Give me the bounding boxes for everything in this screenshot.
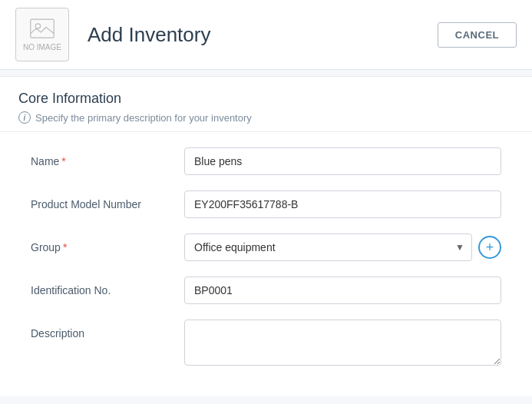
description-label: Description [31,320,184,339]
id-label: Identification No. [31,277,184,296]
name-row: Name* [31,147,501,175]
description-textarea[interactable] [184,320,501,366]
id-input[interactable] [184,277,501,304]
section-subtitle-text: Specify the primary description for your… [35,112,252,124]
group-select[interactable]: Office equipment Electronics Furniture S… [184,233,472,261]
name-label: Name* [31,147,184,167]
model-input[interactable] [184,190,501,218]
page-title: Add Inventory [69,23,438,47]
no-image-label: NO IMAGE [23,43,61,51]
group-select-wrapper: Office equipment Electronics Furniture S… [184,233,472,261]
description-row: Description [31,320,501,366]
model-row: Product Model Number [31,190,501,218]
core-information-section: Core Information i Specify the primary d… [0,76,532,132]
svg-point-1 [35,23,40,28]
product-image-placeholder: NO IMAGE [15,8,69,61]
section-subtitle: i Specify the primary description for yo… [18,111,514,124]
form-area: Name* Product Model Number Group* Office… [0,132,532,396]
cancel-button[interactable]: CANCEL [438,22,517,48]
name-required-star: * [61,155,65,167]
description-input-area [184,320,501,366]
add-group-button[interactable]: + [478,236,501,259]
header: NO IMAGE Add Inventory CANCEL [0,0,532,70]
info-icon: i [18,111,31,124]
group-required-star: * [63,241,67,253]
id-row: Identification No. [31,277,501,304]
name-input[interactable] [184,147,501,175]
group-input-area: Office equipment Electronics Furniture S… [184,233,501,261]
page-wrapper: NO IMAGE Add Inventory CANCEL Core Infor… [0,0,532,404]
name-input-area [184,147,501,175]
id-input-area [184,277,501,304]
section-title: Core Information [18,91,514,107]
model-label: Product Model Number [31,190,184,210]
model-input-area [184,190,501,218]
svg-rect-0 [31,19,54,38]
group-label: Group* [31,233,184,253]
group-row: Group* Office equipment Electronics Furn… [31,233,501,261]
